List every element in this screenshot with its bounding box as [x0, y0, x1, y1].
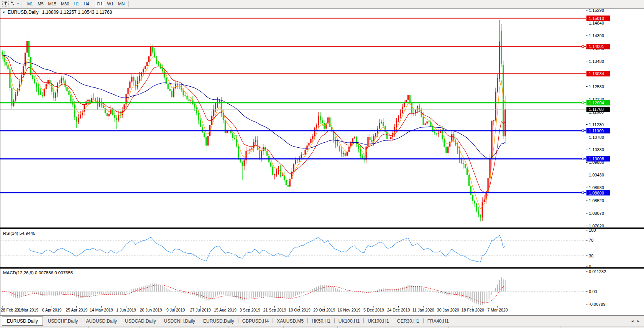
line-handle-1.10008[interactable]	[582, 158, 584, 160]
svg-text:1.15290: 1.15290	[589, 8, 604, 13]
price-label-1.14001: 1.14001	[586, 44, 610, 49]
top-toolbar: T ▼ M1M5M15M30H1H4D1W1MN	[0, 0, 644, 8]
chart-tab-bar: EURUSD,DailyUSDCHF,DailyAUDUSD,DailyUSDC…	[0, 315, 644, 326]
tab-gbpusd-h4-6[interactable]: GBPUSD,H4	[238, 316, 273, 326]
timeframe-button-h1[interactable]: H1	[71, 1, 81, 7]
svg-text:20 Jun 2019: 20 Jun 2019	[140, 308, 162, 312]
svg-text:70: 70	[589, 238, 593, 242]
chart-symbol-label: EURUSD,Daily	[8, 10, 39, 15]
price-label-1.11009: 1.11009	[586, 128, 610, 134]
rsi-indicator-label: RSI(14) 54.9445	[3, 231, 35, 236]
svg-text:1.12004: 1.12004	[589, 101, 604, 105]
timeframe-button-m15[interactable]: M15	[46, 1, 59, 7]
svg-text:1.13034: 1.13034	[589, 71, 604, 76]
svg-text:1 Jun 2019: 1 Jun 2019	[116, 308, 136, 312]
tab-uk100-h1-10[interactable]: UK100,H1	[364, 316, 393, 326]
svg-text:5 Dec 2019: 5 Dec 2019	[363, 308, 384, 312]
tab-eurusd-daily-0[interactable]: EURUSD,Daily	[2, 316, 43, 326]
tab-scroll-arrows: ◄ ►	[631, 319, 640, 323]
svg-text:0.00: 0.00	[589, 289, 597, 294]
svg-text:25 Apr 2019: 25 Apr 2019	[66, 308, 87, 312]
line-handle-1.08800[interactable]	[582, 192, 584, 194]
svg-text:16 Nov 2019: 16 Nov 2019	[338, 308, 361, 312]
svg-text:27 Jul 2019: 27 Jul 2019	[190, 308, 211, 312]
tab-usdcad-daily-3[interactable]: USDCAD,Daily	[121, 316, 160, 326]
tab-usdcnh-daily-4[interactable]: USDCNH,Daily	[160, 316, 199, 326]
svg-text:9 Jul 2019: 9 Jul 2019	[166, 308, 185, 312]
chart-canvas[interactable]: 1.152901.148401.143901.139301.134801.130…	[0, 8, 644, 315]
svg-text:7 Mar 2020: 7 Mar 2020	[487, 308, 508, 312]
chevron-down-icon: ▼	[17, 3, 19, 5]
tab-audusd-daily-2[interactable]: AUDUSD,Daily	[82, 316, 121, 326]
svg-text:0: 0	[589, 264, 591, 269]
toolbar-separator	[128, 1, 129, 7]
toolbar-separator	[93, 1, 93, 7]
indicator-arrows-tool-button[interactable]: ▼	[10, 1, 19, 7]
status-divider	[283, 326, 284, 328]
chart-window: 1.152901.148401.143901.139301.134801.130…	[0, 8, 644, 315]
svg-text:21 Sep 2019: 21 Sep 2019	[263, 308, 286, 312]
svg-text:30 Jan 2020: 30 Jan 2020	[437, 308, 459, 312]
timeframe-button-m30[interactable]: M30	[59, 1, 71, 7]
line-handle-1.11009[interactable]	[582, 130, 584, 132]
svg-text:14 May 2019: 14 May 2019	[90, 308, 113, 312]
tab-ger30-h1-11[interactable]: GER30,H1	[393, 316, 423, 326]
svg-text:1.11009: 1.11009	[589, 129, 604, 133]
svg-text:1.13480: 1.13480	[589, 59, 604, 64]
current-price-label: 1.11768	[586, 107, 610, 112]
timeframe-button-group: M1M5M15M30H1H4D1W1MN	[25, 1, 127, 7]
price-label-1.13034: 1.13034	[586, 71, 610, 76]
price-label-1.15010: 1.15010	[586, 16, 610, 21]
status-divider	[88, 326, 89, 328]
status-divider	[448, 326, 449, 328]
tab-eurusd-daily-5[interactable]: EURUSD,Daily	[199, 316, 238, 326]
svg-text:1.08070: 1.08070	[589, 211, 604, 216]
timeframe-button-m5[interactable]: M5	[35, 1, 46, 7]
tab-usdchf-daily-1[interactable]: USDCHF,Daily	[44, 316, 82, 326]
svg-text:3 Sep 2019: 3 Sep 2019	[240, 308, 260, 312]
line-handle-1.12004[interactable]	[582, 102, 584, 104]
timeframe-button-mn[interactable]: MN	[116, 1, 127, 7]
chart-dropdown-icon[interactable]: ▼	[2, 11, 5, 14]
tab-fra40-h1-12[interactable]: FRA40,H1	[424, 316, 453, 326]
tab-separator	[453, 318, 453, 323]
status-divider	[179, 326, 179, 328]
tab-uk100-h1-9[interactable]: UK100,H1	[335, 316, 363, 326]
tab-xauusd-m5-7[interactable]: XAUUSD,M5	[273, 316, 307, 326]
timeframe-button-h4[interactable]: H4	[81, 1, 91, 7]
tab-hk50-h1-8[interactable]: HK50,H1	[308, 316, 334, 326]
svg-text:11 Jan 2020: 11 Jan 2020	[412, 308, 434, 312]
svg-text:1.09430: 1.09430	[589, 173, 604, 177]
tab-scroll-right-icon[interactable]: ►	[637, 319, 640, 323]
svg-text:1.15010: 1.15010	[589, 16, 604, 21]
price-label-1.10008: 1.10008	[586, 156, 610, 162]
svg-text:1.10780: 1.10780	[589, 135, 604, 140]
macd-indicator-label: MACD(12,26,9) 0.007886 0.007655	[3, 270, 73, 275]
line-handle-1.14001[interactable]	[582, 46, 584, 48]
text-tool-icon: T	[4, 2, 7, 6]
svg-text:19 Mar 2019: 19 Mar 2019	[16, 308, 38, 312]
svg-text:1.08980: 1.08980	[589, 185, 604, 190]
svg-text:1.14390: 1.14390	[589, 33, 604, 38]
svg-text:15 Aug 2019: 15 Aug 2019	[214, 308, 237, 312]
status-divider	[393, 326, 393, 328]
svg-text:1.10008: 1.10008	[589, 157, 604, 161]
timeframe-button-d1[interactable]: D1	[95, 1, 105, 7]
svg-text:1.12580: 1.12580	[589, 84, 604, 89]
svg-text:0.011232: 0.011232	[589, 269, 606, 274]
timeframe-button-w1[interactable]: W1	[105, 1, 116, 7]
svg-text:18 Feb 2020: 18 Feb 2020	[462, 308, 484, 312]
price-label-1.08800: 1.08800	[586, 190, 610, 196]
status-divider	[337, 326, 338, 328]
timeframe-button-m1[interactable]: M1	[25, 1, 35, 7]
tab-scroll-left-icon[interactable]: ◄	[631, 319, 634, 323]
svg-text:6 Apr 2019: 6 Apr 2019	[42, 308, 62, 312]
svg-text:10 Oct 2019: 10 Oct 2019	[289, 308, 310, 312]
chart-ohlc-values: 1.10809 1.12257 1.10543 1.11768	[42, 10, 112, 15]
svg-text:1.11768: 1.11768	[589, 107, 604, 112]
text-label-tool-button[interactable]: T	[2, 1, 9, 7]
svg-text:1.11230: 1.11230	[589, 122, 604, 127]
svg-text:30: 30	[589, 254, 593, 258]
svg-text:1.08800: 1.08800	[589, 191, 604, 195]
status-divider	[140, 326, 140, 328]
